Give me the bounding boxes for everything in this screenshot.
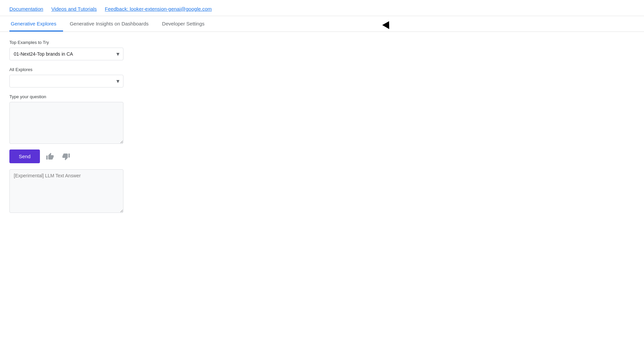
- thumbs-up-icon: [46, 153, 54, 161]
- top-nav: Documentation Videos and Tutorials Feedb…: [0, 0, 644, 16]
- top-examples-section: Top Examples to Try 01-Next24-Top brands…: [9, 40, 635, 60]
- top-examples-label: Top Examples to Try: [9, 40, 635, 45]
- thumbs-down-button[interactable]: [60, 150, 72, 163]
- videos-tutorials-link[interactable]: Videos and Tutorials: [51, 6, 97, 12]
- thumbs-down-icon: [62, 153, 70, 161]
- all-explores-section: All Explores ▾: [9, 67, 635, 87]
- all-explores-select[interactable]: [9, 75, 123, 87]
- top-examples-dropdown-wrapper: 01-Next24-Top brands in CA 02-Example Qu…: [9, 48, 123, 60]
- feedback-link[interactable]: Feedback: looker-extension-genai@google.…: [105, 6, 212, 12]
- send-button[interactable]: Send: [9, 149, 40, 163]
- question-textarea[interactable]: [9, 102, 123, 144]
- question-label: Type your question: [9, 94, 635, 99]
- tab-bar: Generative Explores Generative Insights …: [0, 16, 644, 32]
- main-content: Top Examples to Try 01-Next24-Top brands…: [0, 32, 644, 222]
- answer-section: [9, 169, 635, 214]
- question-section: Type your question: [9, 94, 635, 145]
- top-examples-select[interactable]: 01-Next24-Top brands in CA 02-Example Qu…: [9, 48, 123, 60]
- action-row: Send: [9, 149, 635, 163]
- thumbs-up-button[interactable]: [44, 150, 56, 163]
- tab-developer-settings[interactable]: Developer Settings: [161, 16, 211, 32]
- tab-generative-insights[interactable]: Generative Insights on Dashboards: [68, 16, 155, 32]
- answer-textarea[interactable]: [9, 169, 123, 213]
- all-explores-dropdown-wrapper: ▾: [9, 75, 123, 87]
- documentation-link[interactable]: Documentation: [9, 6, 43, 12]
- all-explores-label: All Explores: [9, 67, 635, 72]
- tab-generative-explores[interactable]: Generative Explores: [9, 16, 63, 32]
